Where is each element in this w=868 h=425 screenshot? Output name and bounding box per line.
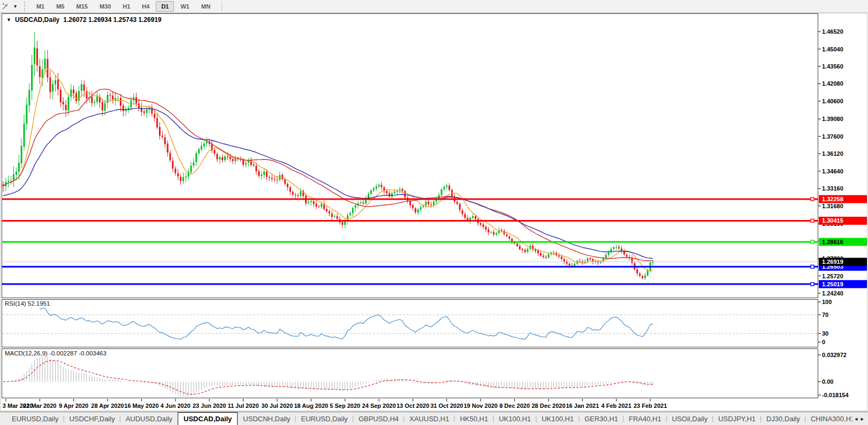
tab-usoil-daily[interactable]: USOil,Daily — [667, 412, 713, 425]
chart-title-dropdown-icon[interactable]: ▼ — [6, 17, 11, 22]
tab-gbpusd-h4[interactable]: GBPUSD,H4 — [353, 412, 404, 425]
svg-text:1.42080: 1.42080 — [822, 80, 843, 87]
svg-text:0: 0 — [822, 339, 825, 345]
tab-usdjpy-h1[interactable]: USDJPY,H1 — [713, 412, 761, 425]
tab-hk50-h1[interactable]: HK50,H1 — [454, 412, 493, 425]
rsi-indicator-label: RSI(14) 52.1951 — [5, 300, 50, 307]
svg-text:1.32258: 1.32258 — [822, 196, 843, 202]
svg-text:1.40600: 1.40600 — [822, 98, 843, 104]
svg-text:9 Apr 2020: 9 Apr 2020 — [59, 403, 88, 409]
svg-text:100: 100 — [822, 299, 832, 305]
tab-dj30-daily[interactable]: DJ30,Daily — [761, 412, 805, 425]
svg-text:19 Nov 2020: 19 Nov 2020 — [463, 403, 498, 409]
tab-usdcnh-daily[interactable]: USDCNH,Daily — [238, 412, 295, 425]
svg-text:28 Apr 2020: 28 Apr 2020 — [91, 403, 124, 409]
symbol-tab-bar: EURUSD,DailyUSDCHF,DailyAUDUSD,DailyUSDC… — [0, 412, 868, 425]
tab-usdcad-daily[interactable]: USDCAD,Daily — [178, 412, 238, 425]
timeframe-button-m30[interactable]: M30 — [94, 1, 116, 12]
svg-text:1.25720: 1.25720 — [822, 273, 843, 279]
tab-scroll-arrows: ◂ ▸ — [852, 412, 868, 425]
timeframe-button-h4[interactable]: H4 — [136, 1, 155, 12]
timeframe-button-d1[interactable]: D1 — [156, 1, 174, 12]
svg-text:18 Aug 2020: 18 Aug 2020 — [294, 403, 328, 409]
svg-text:4 Feb 2021: 4 Feb 2021 — [601, 403, 631, 409]
svg-text:23 Feb 2021: 23 Feb 2021 — [634, 403, 667, 409]
svg-text:11 Jul 2020: 11 Jul 2020 — [227, 403, 258, 409]
chart-canvas[interactable]: 1.465201.450401.435601.420801.406001.390… — [0, 13, 868, 412]
svg-text:1.36120: 1.36120 — [822, 150, 843, 157]
svg-text:4 Jun 2020: 4 Jun 2020 — [161, 403, 191, 409]
svg-text:30 Jul 2020: 30 Jul 2020 — [262, 403, 293, 409]
svg-text:5 Sep 2020: 5 Sep 2020 — [330, 403, 360, 409]
svg-text:23 Jun 2020: 23 Jun 2020 — [193, 403, 226, 409]
tab-fra40-h1[interactable]: FRA40,H1 — [623, 412, 667, 425]
toolbar-separator — [222, 2, 222, 11]
pane-borders — [1, 13, 867, 411]
svg-text:1.45040: 1.45040 — [822, 46, 843, 52]
svg-text:-0.018154: -0.018154 — [822, 392, 849, 398]
svg-text:0.032972: 0.032972 — [822, 352, 847, 358]
tab-uk100-h1[interactable]: UK100,H1 — [493, 412, 536, 425]
svg-text:1.46520: 1.46520 — [822, 28, 843, 35]
svg-text:16 May 2020: 16 May 2020 — [124, 403, 158, 409]
chart-ohlc-values: 1.26072 1.26934 1.25743 1.26919 — [63, 16, 162, 24]
svg-text:1.39080: 1.39080 — [822, 116, 843, 122]
svg-text:28 Dec 2020: 28 Dec 2020 — [532, 403, 566, 409]
svg-text:16 Jan 2021: 16 Jan 2021 — [566, 403, 599, 409]
svg-text:30: 30 — [822, 330, 828, 337]
macd-indicator-label: MACD(12,26,9) -0.002287 -0.003463 — [5, 350, 106, 356]
tab-uk100-h1[interactable]: UK100,H1 — [536, 412, 579, 425]
svg-text:70: 70 — [822, 312, 828, 318]
svg-text:1.37600: 1.37600 — [822, 133, 843, 140]
svg-text:21 Mar 2020: 21 Mar 2020 — [23, 403, 56, 409]
timeframe-button-h1[interactable]: H1 — [117, 1, 135, 12]
svg-text:1.26919: 1.26919 — [822, 259, 843, 265]
svg-text:24 Sep 2020: 24 Sep 2020 — [362, 403, 396, 409]
chart-title: ▼ USDCAD,Daily 1.26072 1.26934 1.25743 1… — [6, 16, 162, 24]
price-axis: 1.465201.450401.435601.420801.406001.390… — [818, 28, 843, 297]
svg-text:1.43560: 1.43560 — [822, 63, 843, 70]
toolbar-dropdown-icon[interactable]: ▼ — [13, 4, 18, 9]
svg-text:1.33160: 1.33160 — [822, 185, 843, 192]
top-toolbar: ▼ M1M5M15M30H1H4D1W1MN — [0, 0, 868, 13]
timeframe-button-m1[interactable]: M1 — [31, 1, 50, 12]
tab-eurusd-daily[interactable]: EURUSD,Daily — [6, 412, 64, 425]
chart-window: 1.465201.450401.435601.420801.406001.390… — [0, 13, 868, 412]
svg-text:31 Oct 2020: 31 Oct 2020 — [430, 403, 463, 409]
tab-audusd-daily[interactable]: AUDUSD,Daily — [120, 412, 178, 425]
svg-text:13 Oct 2020: 13 Oct 2020 — [397, 403, 429, 409]
chart-symbol-label: USDCAD,Daily — [15, 16, 59, 24]
svg-text:1.25019: 1.25019 — [822, 281, 843, 287]
svg-text:1.30415: 1.30415 — [822, 217, 843, 224]
timeframe-button-m15[interactable]: M15 — [71, 1, 93, 12]
tab-scroll-left-icon[interactable]: ◂ — [855, 415, 858, 422]
tab-china300-h1[interactable]: CHINA300,H1 — [805, 412, 852, 425]
svg-text:1.24240: 1.24240 — [822, 290, 843, 297]
svg-text:0.00: 0.00 — [822, 378, 833, 385]
svg-text:1.28616: 1.28616 — [822, 239, 843, 245]
tab-xauusd-h1[interactable]: XAUUSD,H1 — [404, 412, 454, 425]
timeframe-button-w1[interactable]: W1 — [175, 1, 195, 12]
date-axis: 3 Mar 202021 Mar 20209 Apr 202028 Apr 20… — [3, 399, 667, 409]
tab-usdchf-daily[interactable]: USDCHF,Daily — [64, 412, 120, 425]
svg-text:1.34640: 1.34640 — [822, 168, 843, 174]
toolbar-grip[interactable] — [24, 2, 25, 11]
timeframe-button-mn[interactable]: MN — [196, 1, 216, 12]
tab-eurusd-daily[interactable]: EURUSD,Daily — [295, 412, 353, 425]
tab-scroll-right-icon[interactable]: ▸ — [861, 415, 864, 422]
chart-pointer-icon[interactable] — [1, 2, 12, 11]
svg-text:1.31680: 1.31680 — [822, 203, 843, 209]
tab-ger30-h1[interactable]: GER30,H1 — [579, 412, 623, 425]
timeframe-button-m5[interactable]: M5 — [51, 1, 70, 12]
svg-text:8 Dec 2020: 8 Dec 2020 — [499, 403, 530, 409]
